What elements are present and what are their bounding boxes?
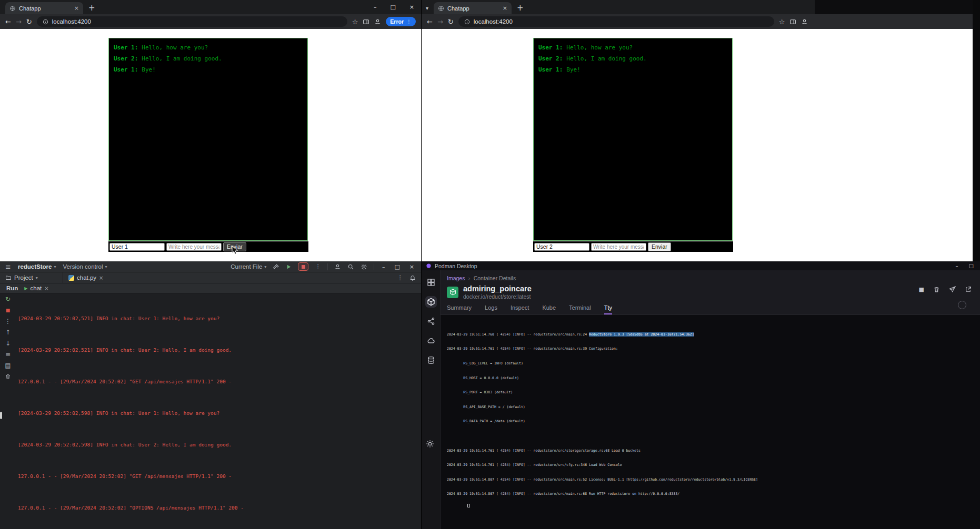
nav-pods-icon[interactable] <box>425 316 437 327</box>
container-cube-icon <box>447 287 458 298</box>
container-detail-tab[interactable]: Kube <box>542 304 556 314</box>
stop-container-button[interactable]: ■ <box>919 286 924 293</box>
project-panel-header[interactable]: Project ▾ <box>0 272 63 283</box>
username-input[interactable] <box>109 243 165 251</box>
python-icon <box>68 275 74 281</box>
run-console-output: [2024-03-29 20:52:02,521] INFO in chat: … <box>16 293 421 529</box>
editor-tab-chatpy[interactable]: chat.py × <box>68 274 103 281</box>
nav-containers-icon[interactable] <box>425 296 437 308</box>
console-toolbar: ↻ ■ ⋮ ↑ ↓ ≡ ▤ <box>0 293 16 529</box>
site-info-icon[interactable] <box>43 19 48 25</box>
stop-icon[interactable]: ■ <box>6 307 11 313</box>
clear-console-icon[interactable] <box>5 373 11 380</box>
nav-volumes-icon[interactable] <box>425 354 437 366</box>
bookmark-star-icon[interactable]: ☆ <box>779 18 785 26</box>
minimize-button[interactable]: – <box>381 263 387 270</box>
username-input[interactable] <box>534 243 589 251</box>
maximize-button[interactable]: □ <box>393 263 401 270</box>
settings-gear-icon[interactable] <box>426 440 434 448</box>
run-button[interactable] <box>286 264 292 270</box>
reload-button[interactable]: ↻ <box>26 18 32 25</box>
stop-button[interactable] <box>298 262 308 271</box>
nav-images-icon[interactable] <box>425 335 437 347</box>
close-button[interactable]: × <box>408 263 416 270</box>
browser-tab[interactable]: Chatapp × <box>5 2 83 14</box>
delete-container-button[interactable] <box>933 286 940 293</box>
close-button[interactable]: × <box>403 0 421 14</box>
browser-tab[interactable]: Chatapp × <box>434 2 512 14</box>
background-window-strip <box>815 0 980 14</box>
new-tab-button[interactable]: + <box>88 4 95 12</box>
desktop: Chatapp × + – □ × ← → ↻ localhost:4200 ☆ <box>0 0 980 529</box>
profile-icon[interactable] <box>334 263 341 270</box>
terminal-cursor <box>467 504 470 507</box>
run-tab-chat[interactable]: ▶ chat × <box>24 285 48 291</box>
kebab-icon[interactable]: ⋮ <box>397 274 404 281</box>
send-button[interactable]: Enviar <box>648 242 671 251</box>
deploy-kube-button[interactable] <box>949 286 956 293</box>
scroll-to-end-icon[interactable]: ▤ <box>5 362 11 369</box>
reload-button[interactable]: ↻ <box>448 18 454 25</box>
new-tab-button[interactable]: + <box>517 4 524 12</box>
console-log-line: [2024-03-29 20:52:02,521] INFO in chat: … <box>18 346 421 354</box>
minimize-button[interactable]: – <box>367 0 384 14</box>
vcs-widget[interactable]: Version control ▾ <box>63 263 107 270</box>
message-input[interactable] <box>591 243 646 251</box>
up-stack-trace-icon[interactable]: ↑ <box>5 329 11 335</box>
tab-search-chevron-icon[interactable]: ▾ <box>426 5 428 11</box>
container-detail-tab[interactable]: Terminal <box>569 304 591 314</box>
profile-icon[interactable] <box>801 18 808 25</box>
container-detail-tab[interactable]: Summary <box>447 304 472 314</box>
site-info-icon[interactable] <box>464 19 470 25</box>
forward-button[interactable]: → <box>437 18 443 25</box>
open-external-button[interactable] <box>965 286 972 293</box>
maximize-button[interactable]: □ <box>969 263 974 269</box>
chat-username: User 1: <box>114 44 138 51</box>
tab-close-icon[interactable]: × <box>74 5 79 12</box>
extension-error-badge[interactable]: Error ⋮ <box>386 17 416 26</box>
globe-favicon-icon <box>438 5 444 12</box>
more-actions-icon[interactable]: ⋮ <box>315 263 321 270</box>
nav-dashboard-icon[interactable] <box>425 277 437 288</box>
down-stack-trace-icon[interactable]: ↓ <box>5 340 11 347</box>
container-detail-tab[interactable]: Tty <box>604 304 612 314</box>
console-log-line: [2024-03-29 20:52:02,598] INFO in chat: … <box>18 409 421 417</box>
run-config-selector[interactable]: Current File ▾ <box>231 263 266 270</box>
tab-close-icon[interactable]: × <box>44 286 48 291</box>
maximize-button[interactable]: □ <box>383 0 402 14</box>
minimize-button[interactable]: – <box>956 263 958 269</box>
chat-message-text: Hello, how are you? <box>566 44 633 51</box>
back-button[interactable]: ← <box>5 18 11 25</box>
chevron-down-icon: ▾ <box>36 276 38 280</box>
project-widget[interactable]: reductStore ▾ <box>18 263 56 270</box>
rerun-icon[interactable]: ↻ <box>5 296 11 302</box>
back-button[interactable]: ← <box>427 18 433 25</box>
tab-close-icon[interactable]: × <box>99 275 103 281</box>
tab-close-icon[interactable]: × <box>503 5 507 12</box>
soft-wrap-icon[interactable]: ≡ <box>5 351 11 358</box>
side-panel-icon[interactable] <box>363 18 369 25</box>
breadcrumb-images-link[interactable]: Images <box>447 275 465 281</box>
vcs-label: Version control <box>63 263 103 270</box>
toolbar-divider <box>374 263 374 270</box>
notifications-bell-icon[interactable] <box>409 274 416 281</box>
chat-message-box: User 1:Hello, how are you? User 2:Hello,… <box>108 38 308 241</box>
bookmark-star-icon[interactable]: ☆ <box>352 18 358 26</box>
terminal-scroll-button[interactable] <box>958 301 966 309</box>
search-icon[interactable] <box>347 263 354 270</box>
hamburger-menu-icon[interactable]: ≡ <box>5 263 11 271</box>
address-bar[interactable]: localhost:4200 <box>458 16 774 27</box>
build-hammer-icon[interactable] <box>273 263 279 270</box>
chat-message-list: User 1:Hello, how are you? User 2:Hello,… <box>538 42 727 75</box>
address-bar[interactable]: localhost:4200 <box>37 16 347 27</box>
profile-icon[interactable] <box>374 18 381 25</box>
scrollbar-thumb[interactable] <box>0 412 2 419</box>
message-input[interactable] <box>166 243 222 251</box>
kebab-icon[interactable]: ⋮ <box>406 19 412 25</box>
container-detail-tab[interactable]: Inspect <box>511 304 529 314</box>
side-panel-icon[interactable] <box>789 18 796 25</box>
settings-gear-icon[interactable] <box>361 263 367 270</box>
container-detail-tab[interactable]: Logs <box>485 304 497 314</box>
kebab-icon[interactable]: ⋮ <box>5 318 11 324</box>
forward-button[interactable]: → <box>16 18 22 25</box>
